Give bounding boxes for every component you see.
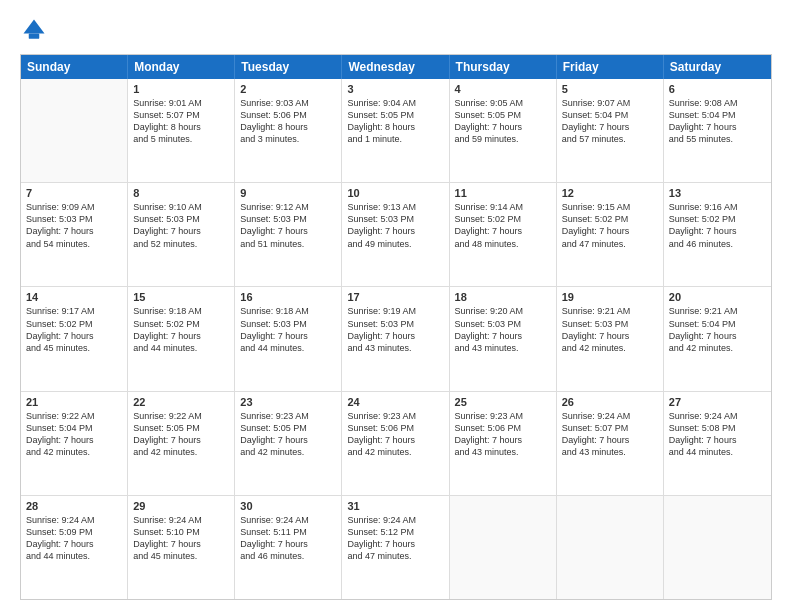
cell-info-line: Daylight: 7 hours bbox=[455, 330, 551, 342]
cell-info-line: Daylight: 8 hours bbox=[133, 121, 229, 133]
cell-info-line: and 5 minutes. bbox=[133, 133, 229, 145]
cell-info-line: Sunset: 5:10 PM bbox=[133, 526, 229, 538]
cell-info-line: Sunrise: 9:19 AM bbox=[347, 305, 443, 317]
header-day-wednesday: Wednesday bbox=[342, 55, 449, 79]
cell-info-line: Sunrise: 9:13 AM bbox=[347, 201, 443, 213]
cell-info-line: Daylight: 7 hours bbox=[562, 121, 658, 133]
cell-info-line: and 46 minutes. bbox=[669, 238, 766, 250]
cell-info-line: Daylight: 7 hours bbox=[669, 434, 766, 446]
calendar-cell-4-6 bbox=[664, 496, 771, 599]
cell-info-line: and 45 minutes. bbox=[26, 342, 122, 354]
cell-info-line: Sunset: 5:03 PM bbox=[347, 318, 443, 330]
day-number: 24 bbox=[347, 396, 443, 408]
calendar-cell-2-2: 16Sunrise: 9:18 AMSunset: 5:03 PMDayligh… bbox=[235, 287, 342, 390]
header-day-tuesday: Tuesday bbox=[235, 55, 342, 79]
day-number: 7 bbox=[26, 187, 122, 199]
cell-info-line: Sunrise: 9:18 AM bbox=[240, 305, 336, 317]
cell-info-line: and 44 minutes. bbox=[669, 446, 766, 458]
cell-info-line: and 43 minutes. bbox=[455, 446, 551, 458]
day-number: 31 bbox=[347, 500, 443, 512]
cell-info-line: and 42 minutes. bbox=[240, 446, 336, 458]
cell-info-line: Sunrise: 9:05 AM bbox=[455, 97, 551, 109]
header-day-sunday: Sunday bbox=[21, 55, 128, 79]
cell-info-line: Daylight: 8 hours bbox=[240, 121, 336, 133]
cell-info-line: and 42 minutes. bbox=[347, 446, 443, 458]
day-number: 29 bbox=[133, 500, 229, 512]
day-number: 1 bbox=[133, 83, 229, 95]
cell-info-line: Sunset: 5:06 PM bbox=[240, 109, 336, 121]
cell-info-line: and 59 minutes. bbox=[455, 133, 551, 145]
calendar-cell-1-5: 12Sunrise: 9:15 AMSunset: 5:02 PMDayligh… bbox=[557, 183, 664, 286]
cell-info-line: Sunrise: 9:20 AM bbox=[455, 305, 551, 317]
cell-info-line: Daylight: 7 hours bbox=[347, 225, 443, 237]
cell-info-line: Sunrise: 9:08 AM bbox=[669, 97, 766, 109]
calendar-cell-3-3: 24Sunrise: 9:23 AMSunset: 5:06 PMDayligh… bbox=[342, 392, 449, 495]
cell-info-line: Sunset: 5:02 PM bbox=[26, 318, 122, 330]
day-number: 23 bbox=[240, 396, 336, 408]
cell-info-line: Sunrise: 9:07 AM bbox=[562, 97, 658, 109]
cell-info-line: and 44 minutes. bbox=[133, 342, 229, 354]
calendar-cell-2-6: 20Sunrise: 9:21 AMSunset: 5:04 PMDayligh… bbox=[664, 287, 771, 390]
cell-info-line: Sunrise: 9:23 AM bbox=[347, 410, 443, 422]
cell-info-line: Sunrise: 9:09 AM bbox=[26, 201, 122, 213]
cell-info-line: and 46 minutes. bbox=[240, 550, 336, 562]
cell-info-line: Sunset: 5:05 PM bbox=[347, 109, 443, 121]
cell-info-line: Sunset: 5:03 PM bbox=[26, 213, 122, 225]
cell-info-line: Sunset: 5:12 PM bbox=[347, 526, 443, 538]
day-number: 5 bbox=[562, 83, 658, 95]
cell-info-line: Daylight: 7 hours bbox=[26, 538, 122, 550]
cell-info-line: and 47 minutes. bbox=[562, 238, 658, 250]
calendar-cell-0-3: 3Sunrise: 9:04 AMSunset: 5:05 PMDaylight… bbox=[342, 79, 449, 182]
cell-info-line: Sunrise: 9:01 AM bbox=[133, 97, 229, 109]
cell-info-line: Sunset: 5:04 PM bbox=[669, 109, 766, 121]
day-number: 15 bbox=[133, 291, 229, 303]
cell-info-line: Sunrise: 9:10 AM bbox=[133, 201, 229, 213]
calendar-cell-0-2: 2Sunrise: 9:03 AMSunset: 5:06 PMDaylight… bbox=[235, 79, 342, 182]
cell-info-line: Sunrise: 9:24 AM bbox=[347, 514, 443, 526]
header-day-saturday: Saturday bbox=[664, 55, 771, 79]
cell-info-line: Daylight: 7 hours bbox=[133, 225, 229, 237]
logo bbox=[20, 16, 52, 44]
day-number: 21 bbox=[26, 396, 122, 408]
cell-info-line: Daylight: 7 hours bbox=[669, 330, 766, 342]
calendar-row-4: 28Sunrise: 9:24 AMSunset: 5:09 PMDayligh… bbox=[21, 496, 771, 599]
cell-info-line: Daylight: 7 hours bbox=[669, 225, 766, 237]
calendar-cell-2-4: 18Sunrise: 9:20 AMSunset: 5:03 PMDayligh… bbox=[450, 287, 557, 390]
cell-info-line: and 48 minutes. bbox=[455, 238, 551, 250]
cell-info-line: Sunrise: 9:24 AM bbox=[26, 514, 122, 526]
calendar-cell-0-5: 5Sunrise: 9:07 AMSunset: 5:04 PMDaylight… bbox=[557, 79, 664, 182]
cell-info-line: Sunset: 5:03 PM bbox=[240, 213, 336, 225]
header bbox=[20, 16, 772, 44]
cell-info-line: Daylight: 7 hours bbox=[240, 330, 336, 342]
cell-info-line: Sunrise: 9:24 AM bbox=[669, 410, 766, 422]
cell-info-line: Daylight: 7 hours bbox=[240, 538, 336, 550]
cell-info-line: Sunrise: 9:12 AM bbox=[240, 201, 336, 213]
cell-info-line: Sunrise: 9:15 AM bbox=[562, 201, 658, 213]
cell-info-line: Sunset: 5:02 PM bbox=[455, 213, 551, 225]
cell-info-line: and 3 minutes. bbox=[240, 133, 336, 145]
day-number: 14 bbox=[26, 291, 122, 303]
calendar-cell-3-4: 25Sunrise: 9:23 AMSunset: 5:06 PMDayligh… bbox=[450, 392, 557, 495]
cell-info-line: Daylight: 7 hours bbox=[133, 330, 229, 342]
cell-info-line: Daylight: 7 hours bbox=[455, 434, 551, 446]
calendar: SundayMondayTuesdayWednesdayThursdayFrid… bbox=[20, 54, 772, 600]
cell-info-line: Daylight: 7 hours bbox=[347, 330, 443, 342]
calendar-cell-0-6: 6Sunrise: 9:08 AMSunset: 5:04 PMDaylight… bbox=[664, 79, 771, 182]
calendar-cell-1-3: 10Sunrise: 9:13 AMSunset: 5:03 PMDayligh… bbox=[342, 183, 449, 286]
cell-info-line: Sunset: 5:02 PM bbox=[562, 213, 658, 225]
calendar-row-2: 14Sunrise: 9:17 AMSunset: 5:02 PMDayligh… bbox=[21, 287, 771, 391]
cell-info-line: Daylight: 7 hours bbox=[26, 330, 122, 342]
cell-info-line: Daylight: 7 hours bbox=[562, 434, 658, 446]
cell-info-line: Sunset: 5:03 PM bbox=[562, 318, 658, 330]
cell-info-line: and 55 minutes. bbox=[669, 133, 766, 145]
cell-info-line: and 43 minutes. bbox=[455, 342, 551, 354]
day-number: 11 bbox=[455, 187, 551, 199]
cell-info-line: Sunrise: 9:18 AM bbox=[133, 305, 229, 317]
calendar-cell-4-0: 28Sunrise: 9:24 AMSunset: 5:09 PMDayligh… bbox=[21, 496, 128, 599]
day-number: 26 bbox=[562, 396, 658, 408]
cell-info-line: Sunrise: 9:04 AM bbox=[347, 97, 443, 109]
calendar-cell-0-1: 1Sunrise: 9:01 AMSunset: 5:07 PMDaylight… bbox=[128, 79, 235, 182]
cell-info-line: Sunrise: 9:16 AM bbox=[669, 201, 766, 213]
cell-info-line: and 52 minutes. bbox=[133, 238, 229, 250]
calendar-cell-4-4 bbox=[450, 496, 557, 599]
